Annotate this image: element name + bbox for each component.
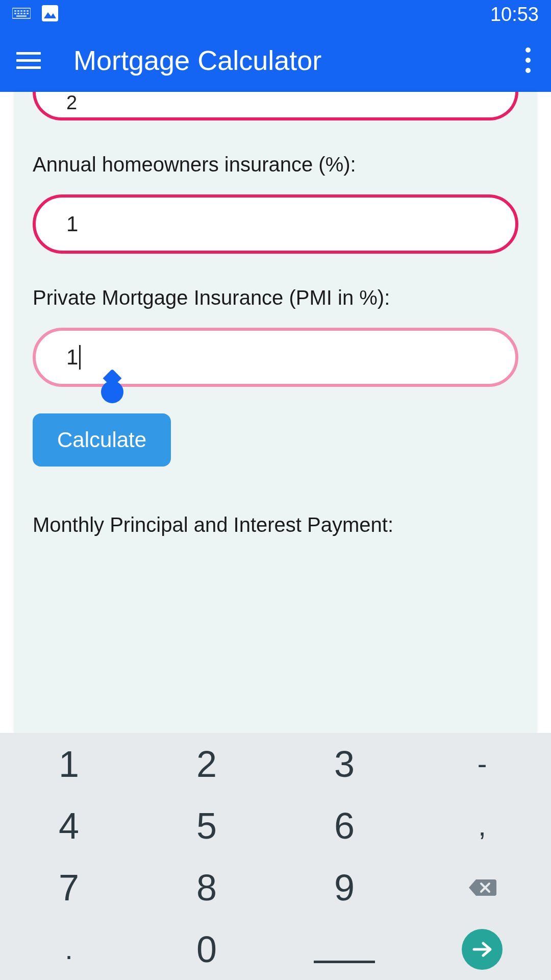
result-label: Monthly Principal and Interest Payment: xyxy=(33,513,518,536)
status-clock: 10:53 xyxy=(490,4,539,26)
svg-rect-3 xyxy=(20,10,22,12)
pmi-input[interactable]: 1 xyxy=(33,328,518,387)
overflow-menu-icon[interactable] xyxy=(525,47,531,73)
insurance-value: 1 xyxy=(66,212,78,236)
key-1[interactable]: 1 xyxy=(0,733,138,795)
previous-field-partial[interactable]: 2 xyxy=(33,92,518,120)
key-5[interactable]: 5 xyxy=(138,795,276,856)
svg-rect-11 xyxy=(16,15,27,17)
svg-rect-2 xyxy=(17,10,19,12)
key-2[interactable]: 2 xyxy=(138,733,276,795)
insurance-label: Annual homeowners insurance (%): xyxy=(33,153,518,176)
app-bar: Mortgage Calculator xyxy=(0,29,551,92)
key-minus[interactable]: - xyxy=(413,733,551,795)
pmi-label: Private Mortgage Insurance (PMI in %): xyxy=(33,286,518,309)
previous-field-value: 2 xyxy=(66,92,77,114)
key-space[interactable] xyxy=(276,918,413,980)
key-period[interactable]: . xyxy=(0,918,138,980)
text-cursor xyxy=(79,345,81,370)
menu-icon[interactable] xyxy=(16,48,41,72)
photo-icon xyxy=(41,4,59,24)
key-0[interactable]: 0 xyxy=(138,918,276,980)
cursor-handle[interactable] xyxy=(96,376,128,408)
pmi-value: 1 xyxy=(66,345,78,370)
page-title: Mortgage Calculator xyxy=(73,44,321,76)
svg-rect-1 xyxy=(14,10,16,12)
keyboard-icon xyxy=(12,6,31,22)
key-3[interactable]: 3 xyxy=(276,733,413,795)
svg-rect-5 xyxy=(27,10,29,12)
form-content: 2 Annual homeowners insurance (%): 1 Pri… xyxy=(14,92,537,733)
insurance-input[interactable]: 1 xyxy=(33,194,518,254)
key-4[interactable]: 4 xyxy=(0,795,138,856)
svg-rect-9 xyxy=(23,13,26,14)
key-backspace[interactable] xyxy=(413,856,551,918)
svg-rect-12 xyxy=(42,5,58,21)
status-icons xyxy=(12,4,59,24)
key-9[interactable]: 9 xyxy=(276,856,413,918)
status-bar: 10:53 xyxy=(0,0,551,29)
svg-rect-4 xyxy=(23,10,26,12)
calculate-button[interactable]: Calculate xyxy=(33,413,171,467)
svg-rect-8 xyxy=(20,13,22,14)
enter-icon xyxy=(462,929,503,970)
key-8[interactable]: 8 xyxy=(138,856,276,918)
svg-rect-7 xyxy=(17,13,19,14)
key-7[interactable]: 7 xyxy=(0,856,138,918)
svg-rect-10 xyxy=(27,13,29,14)
key-6[interactable]: 6 xyxy=(276,795,413,856)
key-enter[interactable] xyxy=(413,918,551,980)
numeric-keyboard: 1 2 3 - 4 5 6 , 7 8 9 . 0 xyxy=(0,733,551,980)
key-comma[interactable]: , xyxy=(413,795,551,856)
svg-rect-6 xyxy=(14,13,16,14)
